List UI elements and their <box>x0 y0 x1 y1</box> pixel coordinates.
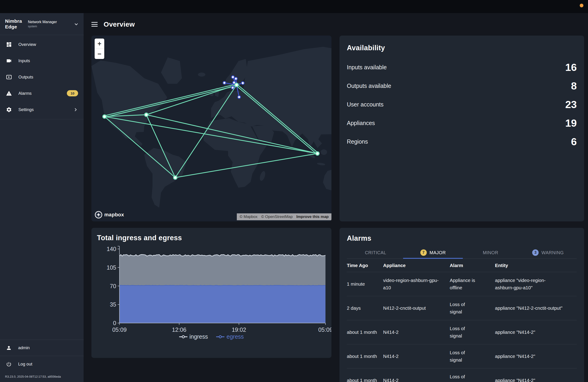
alarm-row[interactable]: about 1 month N414-2 Loss of signal appl… <box>347 320 577 344</box>
availability-value: 6 <box>571 136 577 148</box>
tab-label: MAJOR <box>430 250 446 255</box>
column-header: Time Ago <box>347 262 383 269</box>
legend-item-egress[interactable]: egress <box>216 333 244 340</box>
availability-value: 16 <box>565 61 577 74</box>
alarm-appliance: N414-2 <box>383 353 450 360</box>
svg-text:19:02: 19:02 <box>232 326 246 333</box>
alarms-table-header: Time Ago Appliance Alarm Entity <box>347 259 577 272</box>
chevron-right-icon <box>73 107 78 112</box>
availability-row: Regions 6 <box>347 132 577 151</box>
alarm-row[interactable]: about 1 month N414-2 Loss of signal appl… <box>347 368 577 382</box>
alarm-time-ago: about 1 month <box>347 353 383 360</box>
alarm-time-ago: 1 minute <box>347 280 383 288</box>
ingress-egress-chart: 0357010514005:0912:0619:0205:09 <box>91 242 332 333</box>
logout-button[interactable]: Log out <box>0 356 84 372</box>
tab-minor[interactable]: MINOR <box>462 247 519 259</box>
tab-major[interactable]: 7 MAJOR <box>404 247 462 259</box>
sidebar-nav: Overview Inputs Outputs <box>0 35 84 119</box>
mapbox-attribution-link[interactable]: © Mapbox <box>240 214 257 219</box>
tab-badge: 7 <box>420 249 427 256</box>
chart-legend: ingressegress <box>91 333 332 340</box>
column-header: Appliance <box>383 262 450 269</box>
availability-title: Availability <box>347 44 577 52</box>
tenant-selector[interactable]: Network Manager system <box>28 20 74 28</box>
svg-text:0: 0 <box>113 320 116 326</box>
svg-text:70: 70 <box>110 283 116 289</box>
page-header: Overview <box>84 13 588 36</box>
alarms-table: Time Ago Appliance Alarm Entity 1 minute… <box>347 259 577 382</box>
sidebar-item-outputs[interactable]: Outputs <box>0 69 84 85</box>
map-attribution: © Mapbox © OpenStreetMap Improve this ma… <box>237 213 332 220</box>
main-content: Overview <box>84 13 588 382</box>
zoom-in-button[interactable]: + <box>95 38 104 49</box>
alarm-row[interactable]: 1 minute video-region-ashburn-gpu-a10 Ap… <box>347 272 577 296</box>
hamburger-menu-icon[interactable] <box>91 22 98 27</box>
alarm-row[interactable]: 2 days N412-2-cnctit-output Loss of sign… <box>347 296 577 320</box>
sidebar-item-alarms[interactable]: Alarms 10 <box>0 85 84 101</box>
availability-value: 23 <box>565 99 577 111</box>
tenant-sub: system <box>28 25 74 28</box>
sidebar-item-inputs[interactable]: Inputs <box>0 53 84 69</box>
page-title: Overview <box>104 20 135 28</box>
tenant-name: Network Manager <box>28 20 74 24</box>
alarm-appliance: N412-2-cnctit-output <box>383 305 450 312</box>
svg-text:05:09: 05:09 <box>112 326 127 333</box>
user-menu-item[interactable]: admin <box>0 340 84 356</box>
alarms-title: Alarms <box>347 234 577 243</box>
tab-critical[interactable]: CRITICAL <box>347 247 404 259</box>
alarm-appliance: video-region-ashburn-gpu-a10 <box>383 277 450 291</box>
alarm-entity: appliance "N414-2" <box>495 328 577 336</box>
alarm-appliance: N414-2 <box>383 377 450 382</box>
person-icon <box>6 345 12 351</box>
zoom-out-button[interactable]: − <box>95 49 104 59</box>
chevron-down-icon[interactable] <box>74 21 79 27</box>
legend-marker-icon <box>216 335 224 338</box>
svg-text:140: 140 <box>106 246 116 252</box>
alarm-type: Loss of signal <box>450 349 495 364</box>
availability-card: Availability Inputs available 16 Outputs… <box>339 36 584 221</box>
alarm-entity: appliance "video-region-ashburn-gpu-a10" <box>495 277 577 291</box>
sidebar: Nimbra Edge Network Manager system Overv… <box>0 13 84 382</box>
sidebar-item-label: Overview <box>18 42 36 47</box>
mapbox-logo[interactable]: mapbox <box>95 211 124 219</box>
alarm-time-ago: 2 days <box>347 305 383 312</box>
svg-text:35: 35 <box>110 301 116 308</box>
svg-text:12:06: 12:06 <box>172 326 187 333</box>
availability-label: User accounts <box>347 101 384 108</box>
alarm-entity: appliance "N414-2" <box>495 377 577 382</box>
world-map-card[interactable]: + − mapbox © Mapbox © OpenStreetMap <box>91 36 332 221</box>
svg-text:05:09: 05:09 <box>318 326 332 333</box>
traffic-chart-card: Total ingress and egress 0357010514005:0… <box>91 228 332 358</box>
chart-title: Total ingress and egress <box>97 234 332 242</box>
improve-map-link[interactable]: Improve this map <box>296 214 329 219</box>
alarms-card: Alarms CRITICAL 7 MAJOR MINOR <box>339 228 584 382</box>
availability-label: Outputs available <box>347 83 391 89</box>
availability-label: Appliances <box>347 120 375 126</box>
tab-badge: 3 <box>532 249 539 256</box>
alarm-time-ago: about 1 month <box>347 328 383 336</box>
map-zoom-control: + − <box>95 38 104 59</box>
alarm-entity: appliance "N414-2" <box>495 353 577 360</box>
top-strip <box>0 0 588 13</box>
tab-warning[interactable]: 3 WARNING <box>519 247 577 259</box>
availability-label: Regions <box>347 138 368 145</box>
osm-attribution-link[interactable]: © OpenStreetMap <box>261 214 293 219</box>
world-map[interactable] <box>91 36 332 221</box>
alarm-type: Appliance is offline <box>450 277 495 291</box>
sidebar-bottom: admin Log out R3.23.0, 2025-04-08T12:17:… <box>0 340 84 382</box>
sidebar-item-label: Settings <box>18 107 34 112</box>
sidebar-item-settings[interactable]: Settings <box>0 101 84 118</box>
mapbox-logo-text: mapbox <box>104 212 124 218</box>
notification-dot[interactable] <box>580 4 583 7</box>
alarm-row[interactable]: about 1 month N414-2 Loss of signal appl… <box>347 344 577 368</box>
version-text: R3.23.0, 2025-04-08T12:17:53, a8556eda <box>0 372 84 382</box>
power-icon <box>6 361 12 367</box>
sidebar-item-overview[interactable]: Overview <box>0 36 84 53</box>
username: admin <box>18 345 30 350</box>
legend-marker-icon <box>179 335 188 338</box>
alarms-tabs: CRITICAL 7 MAJOR MINOR 3 WARNING <box>347 247 577 259</box>
brand-logo: Nimbra Edge <box>5 18 22 29</box>
brand-header[interactable]: Nimbra Edge Network Manager system <box>0 13 84 35</box>
legend-item-ingress[interactable]: ingress <box>179 333 208 340</box>
sidebar-item-label: Outputs <box>18 75 33 80</box>
